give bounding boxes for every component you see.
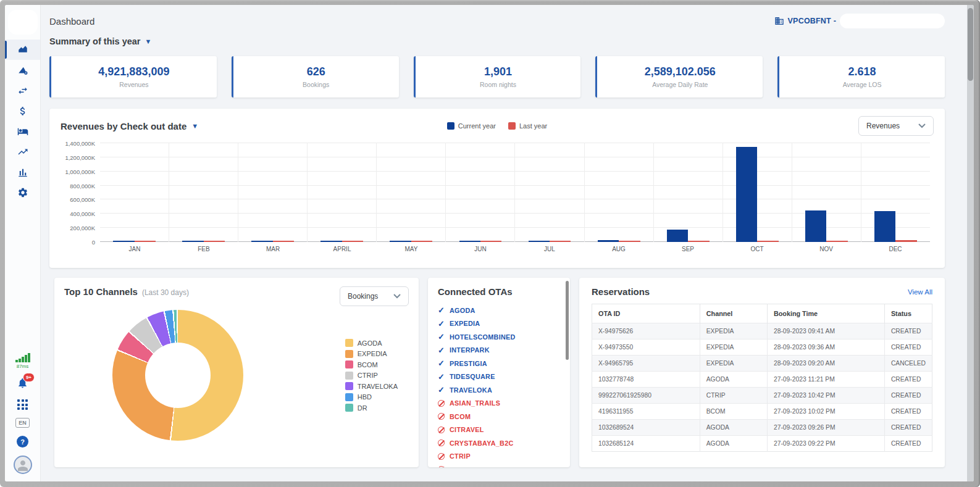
- revenue-chart-title-dropdown[interactable]: Revenues by Check out date ▼: [61, 121, 447, 131]
- month-column-sep: [653, 143, 722, 242]
- channel-cell: EXPEDIA: [700, 323, 767, 339]
- ota-id-link[interactable]: 1032689524: [592, 420, 700, 436]
- legend-label: AGODA: [358, 339, 382, 347]
- status-badge: CREATED: [884, 404, 932, 420]
- booking-time-cell: 27-09-2023 10:02 PM: [767, 404, 884, 420]
- x-tick-label: DEC: [861, 246, 930, 252]
- status-badge: CANCELED: [884, 356, 932, 372]
- ota-name: EXPEDIA: [450, 320, 480, 327]
- ota-name: CTRIP: [450, 452, 471, 460]
- help-button[interactable]: ?: [17, 436, 28, 447]
- booking-time-cell: 27-09-2023 10:42 PM: [767, 388, 884, 404]
- avatar[interactable]: [14, 456, 32, 474]
- revenue-metric-value: Revenues: [866, 122, 900, 130]
- x-tick-label: NOV: [792, 246, 861, 252]
- revenue-metric-select[interactable]: Revenues: [858, 116, 934, 136]
- property-selector[interactable]: VPCOBFNT -: [774, 14, 945, 28]
- page-scrollbar[interactable]: [967, 5, 974, 481]
- column-header-status: Status: [884, 304, 932, 323]
- channel-legend-item-dr: DR: [345, 404, 398, 412]
- channel-cell: CTRIP: [700, 388, 767, 404]
- ota-item-prestigia: ✓PRESTIGIA: [438, 357, 560, 370]
- channels-metric-select[interactable]: Bookings: [340, 286, 409, 306]
- legend-swatch: [345, 372, 353, 380]
- ota-item-expedia: ✓EXPEDIA: [438, 317, 560, 331]
- sidebar-item-settings[interactable]: [5, 182, 40, 202]
- month-column-dec: [861, 143, 930, 242]
- connected-otas-title: Connected OTAs: [438, 286, 560, 297]
- reservations-panel: Reservations View All OTA IDChannelBooki…: [579, 278, 945, 467]
- summary-period-dropdown[interactable]: Summary of this year ▼: [49, 36, 945, 46]
- stat-label: Average LOS: [843, 81, 882, 88]
- ota-item-hotelscombined: ✓HOTELSCOMBINED: [438, 330, 560, 344]
- sidebar-nav: [5, 40, 40, 202]
- stat-card-revenues: 4,921,883,009Revenues: [49, 56, 217, 98]
- bar-last-year-nov: [826, 241, 847, 242]
- stat-value: 2.618: [848, 65, 876, 78]
- top-channels-panel: Top 10 Channels (Last 30 days) Bookings: [54, 278, 419, 467]
- blocked-icon: [438, 453, 445, 460]
- language-selector[interactable]: EN: [15, 418, 30, 428]
- ota-name: CITRAVEL: [450, 426, 484, 433]
- status-badge: CREATED: [884, 323, 932, 339]
- page-scrollbar-thumb[interactable]: [968, 8, 973, 81]
- legend-swatch: [447, 122, 454, 130]
- blocked-icon: [438, 427, 445, 433]
- column-header-booking-time: Booking Time: [767, 304, 884, 323]
- ota-id-link[interactable]: X-94973550: [592, 339, 700, 356]
- view-all-link[interactable]: View All: [908, 288, 932, 296]
- sidebar-item-finance[interactable]: [5, 101, 40, 121]
- stat-label: Bookings: [303, 81, 329, 88]
- ota-id-link[interactable]: 4196311955: [592, 404, 700, 420]
- revenue-chart-legend: Current yearLast year: [447, 122, 547, 130]
- ota-item-tidesquare: ✓TIDESQUARE: [438, 370, 560, 384]
- sidebar-item-reports[interactable]: [5, 162, 40, 182]
- channels-metric-value: Bookings: [348, 292, 378, 301]
- latency-indicator[interactable]: 87ms: [15, 353, 30, 369]
- ota-id-link[interactable]: X-94975626: [592, 323, 700, 339]
- ota-panel-scrollbar[interactable]: [566, 281, 569, 360]
- ota-id-link[interactable]: X-94965795: [592, 356, 700, 372]
- x-tick-label: SEP: [653, 246, 722, 252]
- booking-time-cell: 28-09-2023 09:41 AM: [767, 323, 884, 339]
- channels-legend: AGODAEXPEDIABCOMCTRIPTRAVELOKAHBDDR: [345, 339, 398, 412]
- y-tick-label: 200,000K: [61, 225, 95, 231]
- page-title: Dashboard: [49, 16, 94, 27]
- apps-menu-button[interactable]: [17, 399, 28, 410]
- sidebar-item-rate-analytics[interactable]: [5, 60, 40, 80]
- check-icon: ✓: [438, 386, 445, 394]
- ota-name: INTERPARK: [450, 346, 490, 354]
- booking-time-cell: 28-09-2023 09:36 AM: [767, 339, 884, 356]
- table-row: 4196311955BCOM27-09-2023 10:02 PMCREATED: [592, 404, 932, 420]
- stat-label: Revenues: [119, 81, 148, 88]
- sidebar-item-channel-sync[interactable]: [5, 80, 40, 101]
- ota-id-link[interactable]: 999227061925980: [592, 388, 700, 404]
- property-separator: -: [834, 17, 836, 25]
- channel-legend-item-traveloka: TRAVELOKA: [345, 382, 398, 390]
- legend-item-current-year: Current year: [447, 122, 496, 130]
- app-window: 87ms 9+ EN ? Dashboard VPCOBFNT -: [5, 5, 974, 481]
- legend-swatch: [345, 360, 353, 368]
- sidebar-item-trends[interactable]: [5, 141, 40, 162]
- booking-time-cell: 28-09-2023 09:20 AM: [767, 356, 884, 372]
- bar-current-year-nov: [805, 210, 826, 242]
- y-tick-label: 1,200,000K: [61, 154, 95, 160]
- stat-value: 1,901: [484, 65, 512, 78]
- status-badge: CREATED: [884, 388, 932, 404]
- notifications-button[interactable]: 9+: [17, 377, 28, 391]
- top-channels-subtitle: (Last 30 days): [142, 288, 189, 297]
- status-badge: CREATED: [884, 372, 932, 388]
- status-badge: CREATED: [884, 420, 932, 436]
- redacted-property-name: [840, 14, 945, 28]
- month-column-aug: [584, 143, 653, 242]
- ota-id-link[interactable]: 1032685124: [592, 436, 700, 452]
- bar-current-year-dec: [874, 211, 895, 243]
- blocked-icon: [438, 466, 445, 467]
- legend-label: HBD: [358, 393, 372, 401]
- bar-last-year-jul: [550, 241, 571, 242]
- table-row: 999227061925980CTRIP27-09-2023 10:42 PMC…: [592, 388, 932, 404]
- sidebar-item-dashboard[interactable]: [5, 40, 40, 60]
- ota-id-link[interactable]: 1032778748: [592, 372, 700, 388]
- channel-cell: AGODA: [700, 436, 767, 452]
- sidebar-item-rooms[interactable]: [5, 121, 40, 141]
